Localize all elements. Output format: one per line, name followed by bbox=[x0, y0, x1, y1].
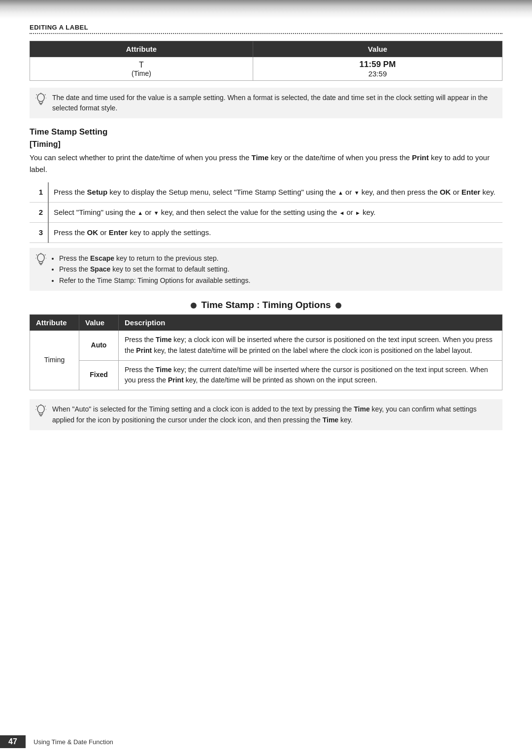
col-attribute: Attribute bbox=[30, 41, 253, 57]
attribute-value-table: Attribute Value T (Time) 11:59 PM 23:59 bbox=[30, 41, 502, 81]
step-num-1: 1 bbox=[30, 182, 48, 203]
time-24hr: 23:59 bbox=[261, 69, 494, 78]
svg-line-21 bbox=[45, 406, 46, 407]
time-12hr: 11:59 PM bbox=[261, 60, 494, 69]
col-value: Value bbox=[253, 41, 502, 57]
note-bullet-1: Press the Escape key to return to the pr… bbox=[59, 253, 496, 264]
note-text-1: The date and time used for the value is … bbox=[52, 94, 488, 112]
opt-col-value: Value bbox=[79, 315, 119, 331]
note-box-1: The date and time used for the value is … bbox=[30, 88, 502, 118]
svg-line-12 bbox=[36, 255, 37, 256]
step-text-1: Press the Setup key to display the Setup… bbox=[48, 182, 502, 203]
lightbulb-icon bbox=[35, 93, 46, 105]
page-content: Editing a Label Attribute Value T (Time)… bbox=[0, 19, 532, 470]
step-text-3: Press the OK or Enter key to apply the s… bbox=[48, 223, 502, 243]
timing-subtitle: [Timing] bbox=[30, 140, 502, 149]
step-row-2: 2 Select "Timing" using the or key, and … bbox=[30, 203, 502, 223]
attr-time-label: (Time) bbox=[38, 69, 245, 77]
step-row-3: 3 Press the OK or Enter key to apply the… bbox=[30, 223, 502, 243]
attr-cell-time: T (Time) bbox=[30, 57, 253, 81]
svg-line-5 bbox=[45, 95, 46, 96]
note-bullet-2: Press the Space key to set the format to… bbox=[59, 264, 496, 275]
opt-row-auto: Timing Auto Press the Time key; a clock … bbox=[30, 331, 502, 360]
time-key-bold: Time bbox=[252, 153, 269, 162]
note-bullet-3: Refer to the Time Stamp: Timing Options … bbox=[59, 275, 496, 286]
note-bullet-list: Press the Escape key to return to the pr… bbox=[52, 253, 496, 286]
time-stamp-setting-title: Time Stamp Setting bbox=[30, 127, 502, 137]
bullet-right bbox=[335, 303, 341, 309]
opt-col-description: Description bbox=[119, 315, 502, 331]
svg-point-16 bbox=[37, 405, 44, 413]
svg-line-4 bbox=[36, 95, 37, 96]
value-cell-time: 11:59 PM 23:59 bbox=[253, 57, 502, 81]
section-heading: Editing a Label bbox=[30, 24, 502, 31]
note-box-2: Press the Escape key to return to the pr… bbox=[30, 248, 502, 291]
lightbulb-icon-2 bbox=[35, 253, 46, 266]
print-key-bold: Print bbox=[412, 153, 429, 162]
svg-point-8 bbox=[37, 254, 44, 262]
steps-table: 1 Press the Setup key to display the Set… bbox=[30, 182, 502, 243]
center-heading: Time Stamp : Timing Options bbox=[30, 300, 502, 310]
step-num-2: 2 bbox=[30, 203, 48, 223]
opt-row-fixed: Fixed Press the Time key; the current da… bbox=[30, 360, 502, 390]
opt-col-attribute: Attribute bbox=[30, 315, 79, 331]
opt-attr-timing: Timing bbox=[30, 331, 79, 390]
step-text-2: Select "Timing" using the or key, and th… bbox=[48, 203, 502, 223]
bullet-left bbox=[191, 303, 197, 309]
step-row-1: 1 Press the Setup key to display the Set… bbox=[30, 182, 502, 203]
options-table: Attribute Value Description Timing Auto … bbox=[30, 314, 502, 390]
table-row: T (Time) 11:59 PM 23:59 bbox=[30, 57, 502, 81]
step-num-3: 3 bbox=[30, 223, 48, 243]
lightbulb-icon-3 bbox=[35, 404, 46, 417]
center-heading-text: Time Stamp : Timing Options bbox=[201, 300, 331, 310]
page-number: 47 bbox=[0, 735, 26, 748]
opt-val-auto: Auto bbox=[79, 331, 119, 360]
opt-desc-auto: Press the Time key; a clock icon will be… bbox=[119, 331, 502, 360]
bottom-note-text: When "Auto" is selected for the Timing s… bbox=[52, 405, 477, 424]
svg-point-0 bbox=[37, 94, 44, 102]
footer-text: Using Time & Date Function bbox=[33, 738, 113, 746]
opt-val-fixed: Fixed bbox=[79, 360, 119, 390]
timing-body-text: You can select whether to print the date… bbox=[30, 152, 502, 175]
dot-divider bbox=[30, 33, 502, 34]
attr-T: T bbox=[38, 61, 245, 69]
svg-line-20 bbox=[36, 406, 37, 407]
top-bar bbox=[0, 0, 532, 19]
opt-desc-fixed: Press the Time key; the current date/tim… bbox=[119, 360, 502, 390]
bottom-note: When "Auto" is selected for the Timing s… bbox=[30, 399, 502, 430]
svg-line-13 bbox=[45, 255, 46, 256]
page-footer: 47 Using Time & Date Function bbox=[0, 735, 532, 748]
